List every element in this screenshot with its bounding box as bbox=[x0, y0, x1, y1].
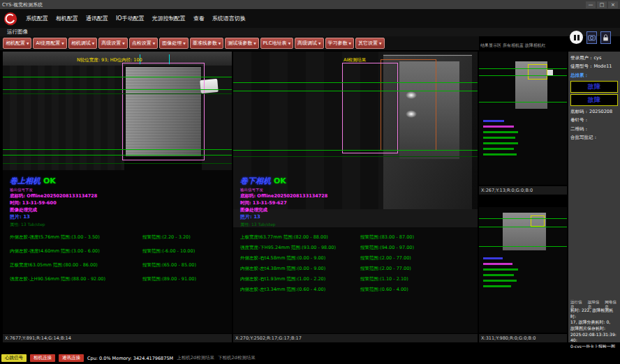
menu-item-view[interactable]: 查看 bbox=[193, 15, 205, 22]
menu-item-language-switch[interactable]: 系统语言切换 bbox=[212, 15, 246, 22]
measurement-row: 外侧左胶-强度t5.76mm 范围:(3.00 - 3.50)报警范围:(2.2… bbox=[10, 234, 229, 241]
total-count-row: 总排累： bbox=[570, 71, 618, 79]
stats-line: 故障图片保存耗时: bbox=[570, 326, 618, 332]
barcode-text: 底标码: Offline20250208133134728 bbox=[10, 192, 229, 199]
stats-line: 17, 故障分类耗时: 0, bbox=[570, 319, 618, 326]
camera-icon-button[interactable] bbox=[586, 31, 597, 44]
toolbar-button-test-item-params[interactable]: 测试项参数▼ bbox=[225, 38, 258, 49]
measurement-row: 内侧左胶-右t1.93mm 范围:(1.00 - 2.20)报警范围:(1.10… bbox=[240, 276, 475, 282]
toolbar-button-advanced-settings[interactable]: 高级设置▼ bbox=[98, 38, 127, 49]
mini-result-text bbox=[483, 120, 518, 159]
status-display-box-2: 故障 bbox=[570, 94, 618, 106]
mini-text-line bbox=[483, 257, 503, 259]
guide-line-overlay bbox=[479, 218, 567, 219]
toolbar: 相机配置▼ AI使用配置▼ 相机调试▼ 高级设置▼ 点检设置▼ 图像处理▼ 基准… bbox=[0, 36, 479, 50]
stats-text-block: 耗时: 222, 故障检测耗时: 17, 故障分类耗时: 0, 故障图片保存耗时… bbox=[568, 308, 620, 348]
batch-row: 合批写批记： bbox=[570, 133, 618, 142]
stats-line: 2025:02:08-13:31:39:40: bbox=[570, 332, 618, 344]
thumbnail-view-top[interactable] bbox=[479, 52, 567, 185]
mini-text-line bbox=[483, 126, 514, 128]
toolbar-button-plc-address[interactable]: PLC地址表▼ bbox=[260, 38, 293, 49]
guide-line-overlay bbox=[479, 68, 567, 69]
measure-mark-overlay bbox=[169, 54, 170, 64]
mini-text-line bbox=[483, 120, 504, 122]
chevron-down-icon: ▼ bbox=[253, 42, 256, 45]
window-controls: — □ × bbox=[586, 1, 618, 8]
menu-item-camera-config[interactable]: 相机配置 bbox=[56, 15, 78, 22]
barcode-label: 底标码： bbox=[570, 107, 589, 116]
model-value: Mode11 bbox=[594, 62, 612, 70]
needle-row: 卷针号： bbox=[570, 116, 618, 124]
needle-label: 卷针号： bbox=[570, 116, 589, 124]
chevron-down-icon: ▼ bbox=[153, 42, 155, 45]
batch-label: 合批写批记： bbox=[570, 133, 598, 142]
chevron-down-icon: ▼ bbox=[318, 42, 320, 45]
tab-row: 运行图像 bbox=[0, 28, 620, 36]
chevron-down-icon: ▼ bbox=[183, 42, 185, 45]
guide-line-overlay bbox=[233, 82, 478, 83]
lock-icon-button[interactable] bbox=[600, 31, 611, 44]
menu-item-light-control-config[interactable]: 光源控制配置 bbox=[152, 15, 186, 22]
toolbar-button-ai-config[interactable]: AI使用配置▼ bbox=[33, 38, 66, 49]
camera-connection-badge: 相机连接 bbox=[30, 354, 55, 362]
title-bar: CYS-视觉检测系统 — □ × bbox=[0, 0, 620, 9]
signal-text: 输出信号下发 bbox=[240, 188, 475, 192]
guide-line-overlay bbox=[233, 156, 478, 157]
camera-name: 卷上相机 bbox=[10, 176, 40, 185]
thumbnail-view-bottom[interactable] bbox=[479, 207, 567, 333]
menu-item-system-config[interactable]: 系统配置 bbox=[26, 15, 48, 22]
guide-line-overlay bbox=[233, 150, 478, 151]
upper-camera-result-text: 上相机2d检测结果 bbox=[177, 355, 214, 361]
measurement-row: 外侧左胶-右t4.58mm 范围:(0.00 - 9.00)报警范围:(2.00… bbox=[240, 255, 475, 261]
toolbar-button-baseline-params[interactable]: 基准线参数▼ bbox=[190, 38, 223, 49]
measurement-row: 强度左胶-上H90.56mm 范围:(88.00 - 92.00)报警范围:(8… bbox=[10, 276, 229, 282]
pixel-coordinate-readout: X:267;Y:13;R:0;G:0;B:0 bbox=[479, 186, 567, 195]
pause-icon bbox=[574, 35, 576, 40]
maximize-button[interactable]: □ bbox=[597, 1, 607, 8]
model-row: 使用型号： Mode11 bbox=[570, 62, 618, 70]
tab-run-image[interactable]: 运行图像 bbox=[7, 29, 28, 36]
mini-result-text bbox=[483, 257, 518, 291]
toolbar-button-other-settings[interactable]: 其它设置▼ bbox=[355, 38, 384, 49]
chevron-down-icon: ▼ bbox=[349, 42, 351, 45]
guide-line-overlay bbox=[479, 75, 567, 76]
toolbar-button-image-processing[interactable]: 图像处理▼ bbox=[159, 38, 188, 49]
measurement-list: 上极宽度t63.77mm 范围:(82.00 - 88.00)报警范围:(83.… bbox=[240, 234, 475, 293]
process-status-text: 图像处理完成 bbox=[10, 206, 229, 213]
mini-text-line bbox=[483, 142, 518, 144]
toolbar-button-learning-params[interactable]: 学习参数▼ bbox=[325, 38, 354, 49]
signal-text: 输出信号下发 bbox=[10, 188, 229, 192]
ai-result-caption: AI检测结果 bbox=[344, 57, 366, 63]
app-logo-icon bbox=[3, 11, 18, 26]
camera-view-upper[interactable]: N轮位宽度: 93; HD位内径: 100 卷上相机OK 输出信号下发 底标码:… bbox=[3, 52, 232, 333]
barcode-row: 底标码： 20250208 bbox=[570, 107, 618, 116]
toolbar-button-advanced-debug[interactable]: 高级调试▼ bbox=[295, 38, 323, 49]
pause-button[interactable] bbox=[570, 31, 583, 44]
guide-line-overlay bbox=[479, 102, 567, 103]
measurement-row: 强度宽度-下H95.24mm 范围:(93.00 - 98.00)报警范围:(9… bbox=[240, 245, 475, 251]
measurement-row: 内侧左胶-左t3.34mm 范围:(0.60 - 4.00)报警范围:(0.60… bbox=[240, 287, 475, 293]
machine-edge-highlight bbox=[383, 55, 472, 56]
guide-line-overlay bbox=[3, 93, 232, 94]
minimize-button[interactable]: — bbox=[586, 1, 596, 8]
chevron-down-icon: ▼ bbox=[379, 42, 381, 45]
chevron-down-icon: ▼ bbox=[61, 42, 64, 45]
time-text: 时间: 13-31-59-627 bbox=[240, 199, 475, 206]
barcode-value: 20250208 bbox=[589, 107, 612, 116]
stats-line: 0-cys一外卡上报检一图 bbox=[570, 344, 618, 348]
measurement-row: 上极宽度t63.77mm 范围:(82.00 - 88.00)报警范围:(83.… bbox=[240, 234, 475, 241]
top-right-controls bbox=[570, 31, 611, 44]
close-button[interactable]: × bbox=[608, 1, 618, 8]
camera-icon bbox=[587, 33, 596, 42]
toolbar-button-spot-check[interactable]: 点检设置▼ bbox=[129, 38, 158, 49]
toolbar-button-camera-debug[interactable]: 相机调试▼ bbox=[68, 38, 97, 49]
camera-view-lower[interactable]: AI检测结果 卷下相机OK 输出信号下发 底标码: Offline2025020… bbox=[233, 52, 478, 333]
status-badge: OK bbox=[274, 176, 286, 185]
menu-item-comm-config[interactable]: 通讯配置 bbox=[86, 15, 108, 22]
result-block-upper: 卷上相机OK 输出信号下发 底标码: Offline20250208133134… bbox=[10, 176, 229, 290]
toolbar-button-camera-config[interactable]: 相机配置▼ bbox=[3, 38, 31, 49]
app-window: CYS-视觉检测系统 — □ × 系统配置 相机配置 通讯配置 IO手动配置 光… bbox=[0, 0, 620, 364]
chevron-down-icon: ▼ bbox=[288, 42, 290, 45]
menu-item-io-manual-config[interactable]: IO手动配置 bbox=[116, 15, 145, 22]
photo-count-text: 照片: 13 bbox=[10, 213, 229, 221]
